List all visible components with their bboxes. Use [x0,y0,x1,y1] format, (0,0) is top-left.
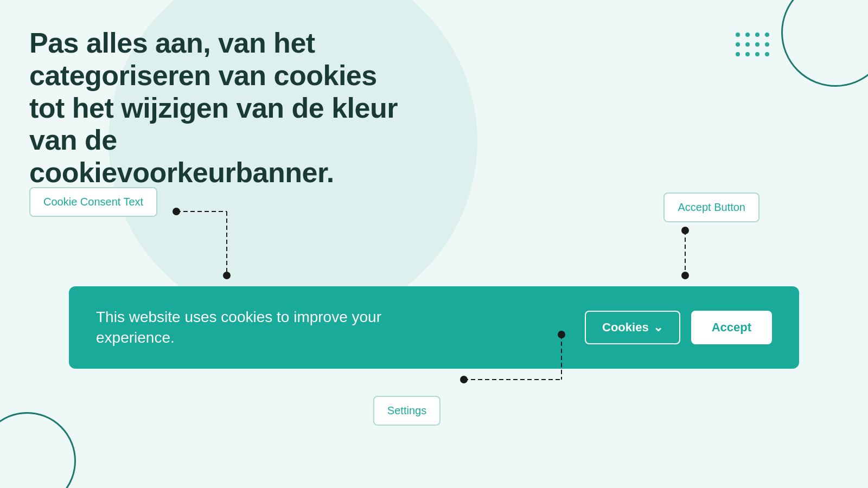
cookies-button[interactable]: Cookies ⌄ [585,311,680,344]
dot-grid [736,33,770,57]
main-heading: Pas alles aan, van het categoriseren van… [29,27,409,189]
bg-circle-topright [781,0,868,87]
accept-button[interactable]: Accept [691,311,772,344]
svg-point-5 [681,227,689,234]
bg-circle-bottomleft [0,412,76,488]
chevron-down-icon: ⌄ [653,320,663,335]
cookie-banner-text: This website uses cookies to improve you… [96,307,411,348]
svg-point-6 [681,272,689,279]
svg-point-10 [460,376,468,383]
cookie-banner: This website uses cookies to improve you… [69,286,799,369]
cookie-banner-buttons: Cookies ⌄ Accept [585,311,772,344]
cookie-consent-text-label: Cookie Consent Text [29,187,157,217]
settings-label: Settings [373,396,441,426]
accept-button-label: Accept Button [663,192,760,222]
heading-text: Pas alles aan, van het categoriseren van… [29,27,409,189]
